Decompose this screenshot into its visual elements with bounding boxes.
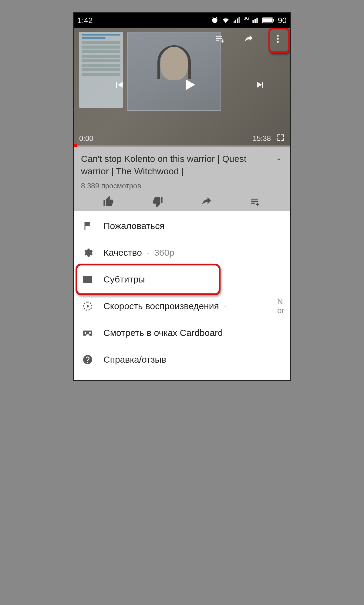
more-options-button[interactable]	[268, 29, 287, 48]
playback-speed-icon	[82, 301, 103, 312]
network-type-label: 3G	[244, 16, 249, 21]
streamer-webcam-frame	[127, 32, 221, 111]
svg-rect-2	[273, 19, 274, 22]
menu-item-help[interactable]: Справка/отзыв	[74, 346, 290, 373]
menu-item-captions[interactable]: Субтитры	[74, 266, 290, 293]
svg-point-3	[277, 35, 279, 37]
captions-icon	[82, 274, 103, 285]
svg-point-4	[277, 38, 279, 40]
battery-icon	[262, 17, 275, 24]
flag-icon	[82, 220, 103, 231]
menu-label: Смотреть в очках Cardboard	[103, 328, 223, 338]
duration: 15:38	[253, 134, 271, 143]
next-button[interactable]	[254, 79, 266, 91]
cellular-signal-icon	[233, 16, 241, 24]
menu-item-playback-speed[interactable]: Скорость воспроизведения · N or	[74, 293, 290, 320]
deck-overlay-thumbnail	[79, 32, 123, 108]
svg-rect-1	[263, 18, 272, 22]
quality-value: 360p	[154, 248, 174, 258]
menu-label: Субтитры	[103, 274, 145, 285]
menu-label: Скорость воспроизведения	[103, 301, 219, 311]
menu-item-quality[interactable]: Качество · 360p	[74, 239, 290, 266]
video-player[interactable]: 0:00 15:38	[74, 28, 290, 147]
menu-label: Пожаловаться	[103, 221, 164, 231]
svg-rect-7	[88, 280, 92, 281]
status-clock: 1:42	[77, 16, 93, 25]
svg-rect-6	[84, 280, 87, 281]
wifi-icon	[222, 16, 230, 24]
help-icon	[82, 354, 103, 365]
options-bottom-sheet: Пожаловаться Качество · 360p Субтитры Ск…	[74, 211, 290, 380]
alarm-icon	[211, 16, 219, 24]
video-meta-panel: Can't stop Kolento on this warrior | Que…	[74, 147, 290, 211]
playback-speed-value: N or	[277, 297, 284, 315]
previous-button[interactable]	[113, 79, 125, 91]
svg-point-5	[277, 41, 279, 43]
menu-item-cardboard[interactable]: Смотреть в очках Cardboard	[74, 320, 290, 346]
fullscreen-button[interactable]	[276, 133, 285, 144]
menu-item-report[interactable]: Пожаловаться	[74, 213, 290, 239]
gear-icon	[82, 247, 103, 258]
status-bar: 1:42 3G 90	[74, 13, 290, 28]
current-time: 0:00	[79, 134, 93, 143]
menu-label: Качество	[103, 248, 142, 258]
add-to-playlist-icon[interactable]	[210, 29, 229, 48]
share-icon[interactable]	[239, 29, 258, 48]
data-signal-icon	[251, 16, 259, 24]
separator-dot: ·	[142, 248, 154, 258]
play-button[interactable]	[180, 75, 199, 94]
app-screen: 1:42 3G 90	[73, 12, 291, 381]
battery-percent: 90	[278, 16, 287, 25]
separator-dot: ·	[219, 301, 231, 311]
dim-overlay	[74, 147, 290, 211]
menu-label: Справка/отзыв	[103, 354, 166, 365]
status-icons: 3G 90	[211, 16, 287, 25]
cardboard-icon	[82, 327, 103, 338]
